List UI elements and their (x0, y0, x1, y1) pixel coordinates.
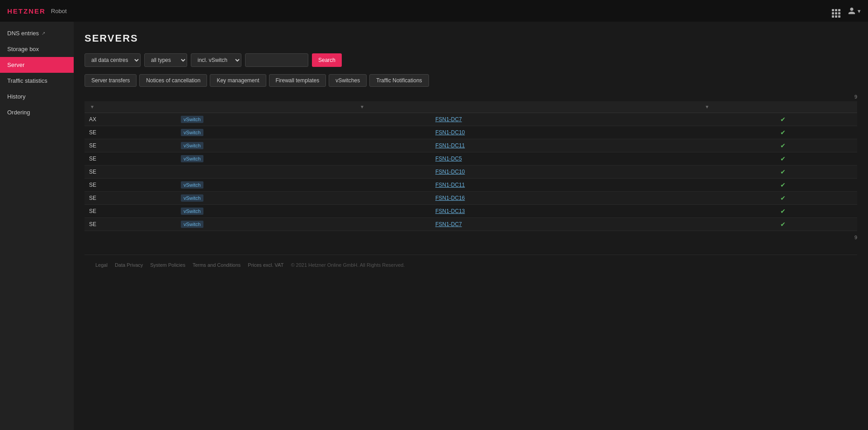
apps-icon[interactable] (832, 4, 840, 18)
datacenter-cell[interactable]: FSN1-DC5 (431, 152, 648, 165)
product-cell (648, 179, 699, 192)
table-row[interactable]: SEvSwitchFSN1-DC13✔ (85, 205, 857, 218)
footer-link-prices[interactable]: Prices excl. VAT (248, 262, 283, 268)
status-cell: ✔ (776, 205, 857, 218)
tab-traffic-notifications[interactable]: Traffic Notifications (369, 74, 429, 87)
footer-link-data-privacy[interactable]: Data Privacy (115, 262, 143, 268)
status-ok-icon: ✔ (780, 194, 786, 202)
type-filter[interactable]: all types dedicated vServer cloud (144, 53, 187, 67)
top-navigation: HETZNER Robot ▾ (0, 0, 868, 22)
table-row[interactable]: SEvSwitchFSN1-DC11✔ (85, 179, 857, 192)
table-row[interactable]: AXvSwitchFSN1-DC7✔ (85, 113, 857, 126)
user-menu[interactable]: ▾ (848, 7, 861, 15)
status-cell: ✔ (776, 152, 857, 165)
filter-bar: all data centres FSN1 NBG1 HEL1 all type… (85, 53, 857, 67)
ip-cell (354, 165, 431, 179)
vswitch-filter[interactable]: incl. vSwitch excl. vSwitch only vSwitch (191, 53, 241, 67)
price-cell (699, 205, 776, 218)
vswitch-cell: vSwitch (176, 113, 354, 126)
status-ok-icon: ✔ (780, 129, 786, 136)
datacenter-cell[interactable]: FSN1-DC11 (431, 179, 648, 192)
tab-firewall-templates[interactable]: Firewall templates (269, 74, 326, 87)
server-name-cell: SE (85, 152, 176, 165)
product-cell (648, 126, 699, 139)
status-cell: ✔ (776, 126, 857, 139)
datacenter-cell[interactable]: FSN1-DC11 (431, 139, 648, 152)
ip-cell (354, 179, 431, 192)
datacenter-cell[interactable]: FSN1-DC16 (431, 192, 648, 205)
status-cell: ✔ (776, 192, 857, 205)
tab-vswitches[interactable]: vSwitches (329, 74, 367, 87)
main-content: SERVERS all data centres FSN1 NBG1 HEL1 … (74, 22, 868, 430)
server-name-cell: AX (85, 113, 176, 126)
footer-link-system-policies[interactable]: System Policies (150, 262, 185, 268)
sidebar-item-storage-box[interactable]: Storage box (0, 41, 74, 57)
table-row[interactable]: SEvSwitchFSN1-DC11✔ (85, 139, 857, 152)
footer-link-terms[interactable]: Terms and Conditions (193, 262, 241, 268)
table-row[interactable]: SEFSN1-DC10✔ (85, 165, 857, 179)
server-name-cell: SE (85, 139, 176, 152)
status-cell: ✔ (776, 218, 857, 231)
vswitch-cell: vSwitch (176, 218, 354, 231)
datacenter-filter[interactable]: all data centres FSN1 NBG1 HEL1 (85, 53, 141, 67)
logo-brand: HETZNER (7, 7, 46, 15)
vswitch-cell: vSwitch (176, 139, 354, 152)
price-cell (699, 126, 776, 139)
vswitch-cell: vSwitch (176, 126, 354, 139)
ip-cell (354, 205, 431, 218)
sidebar-item-traffic-statistics[interactable]: Traffic statistics (0, 73, 74, 89)
col-status (776, 101, 857, 113)
status-ok-icon: ✔ (780, 168, 786, 175)
footer-link-legal[interactable]: Legal (95, 262, 108, 268)
price-cell (699, 192, 776, 205)
sort-price-icon: ▾ (706, 104, 708, 109)
action-tabs: Server transfers Notices of cancellation… (85, 74, 857, 87)
col-server[interactable]: ▾ (85, 101, 176, 113)
topnav-right: ▾ (832, 4, 861, 18)
search-button[interactable]: Search (312, 53, 342, 67)
tab-server-transfers[interactable]: Server transfers (85, 74, 137, 87)
chevron-down-icon: ▾ (858, 8, 861, 14)
sidebar-item-history[interactable]: History (0, 89, 74, 104)
table-row[interactable]: SEvSwitchFSN1-DC5✔ (85, 152, 857, 165)
server-name-cell: SE (85, 126, 176, 139)
datacenter-cell[interactable]: FSN1-DC7 (431, 218, 648, 231)
table-row[interactable]: SEvSwitchFSN1-DC7✔ (85, 218, 857, 231)
status-ok-icon: ✔ (780, 221, 786, 228)
search-input[interactable] (245, 53, 308, 67)
col-product (648, 101, 699, 113)
price-cell (699, 165, 776, 179)
sidebar-item-label: Server (7, 61, 24, 68)
col-ip[interactable]: ▾ (354, 101, 431, 113)
sidebar-item-dns-entries[interactable]: DNS entries ↗ (0, 25, 74, 41)
footer-copyright: © 2021 Hetzner Online GmbH. All Rights R… (291, 262, 405, 268)
datacenter-cell[interactable]: FSN1-DC13 (431, 205, 648, 218)
main-layout: DNS entries ↗ Storage box Server Traffic… (0, 22, 868, 430)
datacenter-cell[interactable]: FSN1-DC10 (431, 165, 648, 179)
status-ok-icon: ✔ (780, 155, 786, 162)
sidebar-item-label: Traffic statistics (7, 77, 47, 84)
col-price[interactable]: ▾ (699, 101, 776, 113)
sort-ip-icon: ▾ (361, 104, 363, 109)
table-row[interactable]: SEvSwitchFSN1-DC10✔ (85, 126, 857, 139)
tab-notices-of-cancellation[interactable]: Notices of cancellation (139, 74, 207, 87)
status-cell: ✔ (776, 113, 857, 126)
product-cell (648, 139, 699, 152)
ip-cell (354, 192, 431, 205)
status-ok-icon: ✔ (780, 208, 786, 215)
logo-product: Robot (51, 8, 67, 14)
product-cell (648, 165, 699, 179)
sidebar-item-server[interactable]: Server (0, 57, 74, 73)
product-cell (648, 152, 699, 165)
footer: Legal Data Privacy System Policies Terms… (85, 255, 857, 275)
sidebar-item-ordering[interactable]: Ordering (0, 104, 74, 120)
table-row[interactable]: SEvSwitchFSN1-DC16✔ (85, 192, 857, 205)
sidebar-item-label: Ordering (7, 109, 30, 116)
status-ok-icon: ✔ (780, 116, 786, 123)
tab-key-management[interactable]: Key management (210, 74, 266, 87)
datacenter-cell[interactable]: FSN1-DC7 (431, 113, 648, 126)
sidebar-item-label: DNS entries (7, 30, 39, 37)
ip-cell (354, 126, 431, 139)
datacenter-cell[interactable]: FSN1-DC10 (431, 126, 648, 139)
col-vswitch (176, 101, 354, 113)
